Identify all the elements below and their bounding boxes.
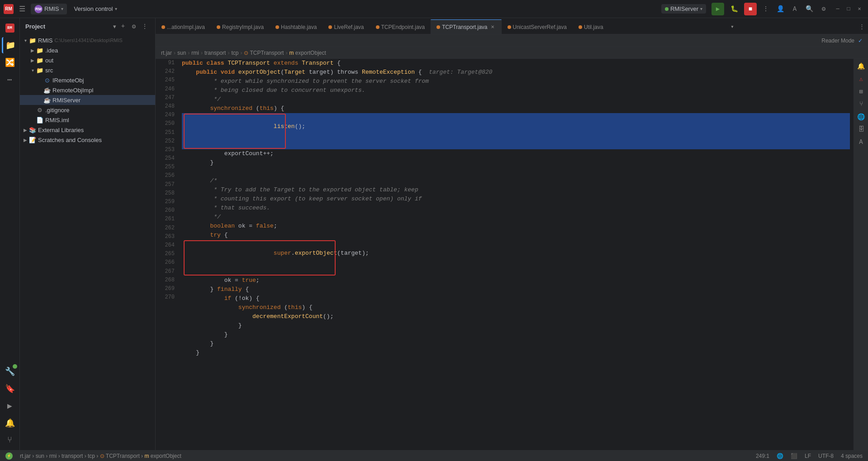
breadcrumb-item[interactable]: transport bbox=[204, 50, 226, 56]
debug-button[interactable]: 🐛 bbox=[729, 4, 740, 14]
code-body[interactable]: 91 242 245 246 247 248 249 250 251 252 2… bbox=[156, 59, 854, 450]
window-controls: ─ □ ✕ bbox=[833, 4, 864, 14]
tab-util[interactable]: Util.java bbox=[573, 19, 609, 34]
status-right: 249:1 🌐 ⬛ LF UTF-8 4 spaces bbox=[754, 453, 864, 459]
sidebar-item-project[interactable]: 📁 bbox=[2, 37, 18, 53]
sidebar-action-add[interactable]: + bbox=[118, 21, 128, 31]
status-ms-icon[interactable]: ⬛ bbox=[789, 453, 799, 459]
more-options-icon[interactable]: ⋮ bbox=[760, 4, 771, 14]
tree-src[interactable]: ▾ 📁 src bbox=[20, 65, 155, 75]
tab-tcptransport[interactable]: TCPTransport.java ✕ bbox=[431, 19, 501, 34]
tree-rmisiml[interactable]: 📄 RMIS.iml bbox=[20, 115, 155, 125]
tree-extlib-label: External Libraries bbox=[38, 127, 84, 133]
rs-globe[interactable]: 🌐 bbox=[856, 111, 867, 122]
rs-database[interactable]: 🗄 bbox=[856, 124, 867, 135]
breadcrumb-item[interactable]: sun bbox=[177, 50, 186, 56]
tab-hashtable[interactable]: Hashtable.java bbox=[270, 19, 323, 34]
tree-remoteobjimpl[interactable]: ☕ RemoteObjImpl bbox=[20, 85, 155, 95]
tree-idea-label: .idea bbox=[45, 47, 58, 54]
tree-root-label: RMIS bbox=[38, 37, 53, 44]
status-line-ending[interactable]: LF bbox=[803, 453, 813, 459]
tree-gitignore[interactable]: ⚙ .gitignore bbox=[20, 105, 155, 115]
rmi-server-config[interactable]: RMIServer ▾ bbox=[661, 4, 706, 14]
code-line-264: synchronized (this) { bbox=[182, 303, 850, 312]
status-power[interactable]: ⚡ bbox=[4, 452, 14, 460]
close-tab-icon[interactable]: ✕ bbox=[489, 24, 496, 30]
rs-layout[interactable]: ⊞ bbox=[856, 86, 867, 97]
status-global-icon[interactable]: 🌐 bbox=[775, 453, 785, 459]
tree-root[interactable]: ▾ 📁 RMIS C:\Users\14341\Desktop\RMIS bbox=[20, 35, 155, 45]
code-line-266: } bbox=[182, 321, 850, 330]
java-dot bbox=[376, 25, 379, 29]
sidebar-item-commits[interactable]: 🔀 bbox=[2, 54, 18, 71]
tab-label: ...ationImpl.java bbox=[167, 24, 205, 30]
editor-content: 91 242 245 246 247 248 249 250 251 252 2… bbox=[156, 59, 868, 450]
main-layout: RM 📁 🔀 ⋯ 🔧 🔖 ▶ 🔔 ⑂ Project ▾ + ⚙ ⋮ bbox=[0, 18, 868, 450]
rs-notifications[interactable]: 🔔 bbox=[856, 61, 867, 71]
tree-rmiserver-label: RMIServer bbox=[52, 97, 81, 104]
code-editor[interactable]: 91 242 245 246 247 248 249 250 251 252 2… bbox=[156, 59, 854, 450]
version-control-btn[interactable]: Version control ▾ bbox=[71, 4, 121, 14]
tab-options[interactable]: ⋮ bbox=[855, 19, 868, 34]
sidebar-item-bookmarks[interactable]: 🔖 bbox=[2, 380, 18, 397]
breadcrumb-item-tcptransport[interactable]: ⊙ TCPTransport bbox=[244, 50, 284, 56]
status-encoding[interactable]: UTF-8 bbox=[816, 453, 835, 459]
hamburger-menu[interactable]: ☰ bbox=[17, 3, 27, 15]
tab-liveref[interactable]: LiveRef.java bbox=[323, 19, 370, 34]
breadcrumb-item-exportobject[interactable]: m exportObject bbox=[289, 50, 326, 56]
status-indent[interactable]: 4 spaces bbox=[839, 453, 864, 459]
project-dropdown[interactable]: ▾ bbox=[113, 23, 116, 30]
tree-iremoteobj[interactable]: ⊙ IRemoteObj bbox=[20, 75, 155, 85]
tree-scratches[interactable]: ▶ 📝 Scratches and Consoles bbox=[20, 135, 155, 145]
breadcrumb: rt.jar › sun › rmi › transport › tcp › ⊙… bbox=[156, 47, 868, 59]
tree-external-libraries[interactable]: ▶ 📚 External Libraries bbox=[20, 125, 155, 135]
breadcrumb-item[interactable]: tcp bbox=[231, 50, 238, 56]
breadcrumb-item[interactable]: rmi bbox=[191, 50, 199, 56]
tab-more[interactable]: ▾ bbox=[726, 19, 739, 34]
tree-rmiserver[interactable]: ☕ RMIServer bbox=[20, 95, 155, 105]
file-icon: ⚙ bbox=[36, 106, 43, 114]
sidebar-item-more[interactable]: ⋯ bbox=[2, 71, 18, 88]
tab-registryimpl[interactable]: RegistryImpl.java bbox=[211, 19, 270, 34]
code-line-242: public void exportObject(Target target) … bbox=[182, 68, 850, 77]
sidebar-action-settings[interactable]: ⚙ bbox=[129, 21, 139, 31]
sidebar-item-plugins[interactable]: 🔧 bbox=[2, 363, 18, 380]
run-button[interactable]: ▶ bbox=[711, 3, 724, 15]
profile-icon[interactable]: 👤 bbox=[775, 4, 786, 14]
sidebar-item-run[interactable]: ▶ bbox=[2, 398, 18, 414]
tree-out[interactable]: ▶ 📁 out bbox=[20, 55, 155, 65]
settings-icon[interactable]: ⚙ bbox=[818, 4, 829, 14]
tab-label: Util.java bbox=[584, 24, 603, 30]
tab-locationimpl[interactable]: ...ationImpl.java bbox=[156, 19, 211, 34]
translate-icon[interactable]: A bbox=[789, 4, 800, 14]
tab-label: TCPTransport.java bbox=[442, 24, 487, 30]
tree-arrow-scratches: ▶ bbox=[22, 136, 29, 143]
tree-idea[interactable]: ▶ 📁 .idea bbox=[20, 45, 155, 55]
reader-mode-toggle[interactable]: ✓ bbox=[858, 38, 863, 44]
line-ending-label: LF bbox=[805, 453, 811, 459]
status-position[interactable]: 249:1 bbox=[754, 453, 771, 459]
status-breadcrumb[interactable]: rt.jar › sun › rmi › transport › tcp › ⊙… bbox=[18, 453, 183, 459]
breadcrumb-sep: › bbox=[285, 50, 287, 56]
rs-error[interactable]: ⚠ bbox=[856, 73, 867, 84]
tab-unicastserverref[interactable]: UnicastServerRef.java bbox=[502, 19, 573, 34]
code-line-257: */ bbox=[182, 213, 850, 222]
minimize-button[interactable]: ─ bbox=[833, 4, 843, 14]
tab-tcpendpoint[interactable]: TCPEndpoint.java bbox=[370, 19, 431, 34]
maximize-button[interactable]: □ bbox=[844, 4, 854, 14]
project-badge[interactable]: RM RMIS ▾ bbox=[31, 4, 67, 14]
rs-git[interactable]: ⑂ bbox=[856, 99, 867, 109]
breadcrumb-item[interactable]: rt.jar bbox=[161, 50, 172, 56]
breadcrumb-sep: › bbox=[240, 50, 242, 56]
java-icon: ☕ bbox=[43, 86, 51, 94]
rs-text[interactable]: A bbox=[856, 137, 867, 147]
code-line-246: * being closed due to concurrent unexpor… bbox=[182, 86, 850, 95]
stop-button[interactable]: ■ bbox=[744, 3, 757, 15]
sidebar-item-notifications[interactable]: 🔔 bbox=[2, 415, 18, 431]
search-icon[interactable]: 🔍 bbox=[804, 4, 815, 14]
close-button[interactable]: ✕ bbox=[854, 4, 864, 14]
sidebar-item-git[interactable]: ⑂ bbox=[2, 432, 18, 448]
avatar: RM bbox=[34, 5, 43, 13]
tab-label: UnicastServerRef.java bbox=[513, 24, 567, 30]
sidebar-action-more[interactable]: ⋮ bbox=[140, 21, 150, 31]
